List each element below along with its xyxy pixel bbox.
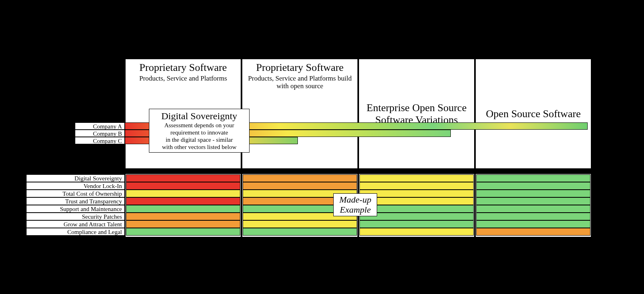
diagram-stage: Proprietary Software Products, Service a… [0,0,644,294]
matrix-cell [476,174,590,182]
matrix-cell [359,228,474,236]
matrix-cell [243,182,357,190]
matrix-cell [126,205,240,213]
matrix-cell [243,228,357,236]
callout-body: in the digital space - similar [153,136,245,143]
callout-title: Digital Sovereignty [153,111,245,122]
vector-label: Compliance and Legal [26,228,125,236]
matrix-cell [476,197,590,205]
vector-label: Total Cost of Ownership [26,190,125,197]
matrix-cell [476,213,590,220]
matrix-cell [359,220,474,228]
digital-sovereignty-callout: Digital Sovereignty Assessment depends o… [149,109,250,153]
col-title: Proprietary Software [126,62,241,74]
matrix-cell [476,220,590,228]
vector-label: Digital Sovereignty [26,174,125,182]
callout-body: Assessment depends on your [153,122,245,129]
madeup-example-label: Made-upExample [333,193,377,216]
vector-label: Vendor Lock-In [26,182,125,190]
madeup-text: Made-upExample [339,195,371,215]
matrix-cell [476,190,590,197]
col-title: Proprietary Software [242,62,357,74]
callout-body: with other vectors listed below [153,143,245,151]
col-header-3: Open Source Software [475,58,592,169]
col-header-2: Enterprise Open Source Software Variatio… [358,58,475,169]
matrix-cell [126,220,240,228]
callout-body: requirement to innovate [153,129,245,136]
matrix-cell [359,174,474,182]
matrix-cell [359,182,474,190]
matrix-cell [126,213,240,220]
matrix-cell [476,182,590,190]
vector-label: Support and Maintenance [26,205,125,213]
company-label: Company A [75,122,125,130]
vector-label: Trust and Transparency [26,197,125,205]
col-header-1: Proprietary Software Products, Service a… [242,58,358,169]
matrix-cell [126,197,240,205]
matrix-cell [243,174,357,182]
col-title: Open Source Software [476,108,591,120]
matrix-cell [126,174,240,182]
vector-label: Grow and Attract Talent [26,220,125,228]
matrix-cell [126,190,240,197]
col-subtitle: Products, Service and Platforms build wi… [242,75,357,90]
company-label: Company B [75,130,125,137]
matrix-cell [126,228,240,236]
vector-label: Security Patches [26,213,125,220]
matrix-cell [476,228,590,236]
matrix-cell [476,205,590,213]
matrix-cell [126,182,240,190]
company-label: Company C [75,137,125,144]
matrix-cell [243,220,357,228]
col-subtitle: Products, Service and Platforms [126,75,241,83]
